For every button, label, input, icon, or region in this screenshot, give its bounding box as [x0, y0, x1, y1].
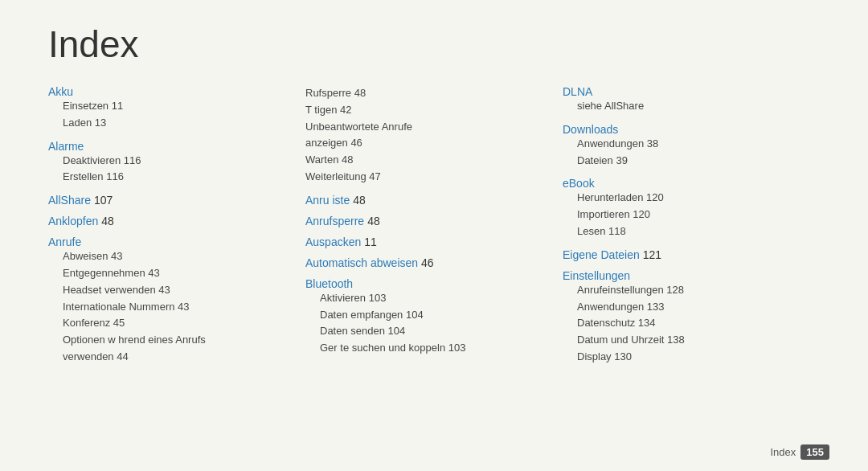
- sub-items-bluetooth: Aktivieren 103 Daten empfangen 104 Daten…: [305, 290, 555, 357]
- page-auspacken: 11: [364, 236, 377, 248]
- list-item: Display 130: [577, 349, 812, 366]
- page-automatisch-abweisen: 46: [421, 256, 434, 269]
- section-eigene-dateien: Eigene Dateien 121: [563, 248, 812, 261]
- list-item: Optionen w hrend eines Anrufs: [63, 332, 297, 349]
- section-downloads: Downloads Anwendungen 38 Dateien 39: [563, 123, 812, 170]
- footer-page-number: 155: [800, 444, 829, 460]
- section-anklopfen: Anklopfen 48: [48, 215, 297, 227]
- footer: Index 155: [770, 444, 829, 460]
- list-item: Daten senden 104: [320, 323, 555, 340]
- list-item: anzeigen 46: [305, 135, 555, 152]
- list-item: Konferenz 45: [63, 315, 297, 332]
- list-item: Headset verwenden 43: [63, 282, 297, 299]
- column-3: DLNA siehe AllShare Downloads Anwendunge…: [563, 85, 820, 439]
- list-item: Datenschutz 134: [577, 315, 812, 332]
- heading-anrufe: Anrufe: [48, 236, 81, 248]
- page-title: Index: [48, 26, 820, 63]
- list-item: Aktivieren 103: [320, 290, 555, 307]
- page-eigene-dateien: 121: [643, 248, 661, 261]
- sub-items-akku: Einsetzen 11 Laden 13: [48, 98, 297, 132]
- list-item: Abweisen 43: [63, 248, 297, 265]
- sub-items-continuation: Rufsperre 48 T tigen 42 Unbeantwortete A…: [305, 85, 555, 186]
- section-bluetooth: Bluetooth Aktivieren 103 Daten empfangen…: [305, 277, 555, 357]
- section-ebook: eBook Herunterladen 120 Importieren 120 …: [563, 177, 812, 240]
- list-item: Daten empfangen 104: [320, 307, 555, 324]
- list-item: Lesen 118: [577, 223, 812, 240]
- list-item: Laden 13: [63, 115, 297, 132]
- page-anrufsperre: 48: [367, 215, 380, 227]
- footer-text: Index: [770, 446, 796, 458]
- heading-dlna: DLNA: [563, 85, 592, 98]
- section-auspacken: Auspacken 11: [305, 236, 555, 248]
- section-continuation: Rufsperre 48 T tigen 42 Unbeantwortete A…: [305, 85, 555, 186]
- heading-eigene-dateien: Eigene Dateien: [563, 248, 640, 261]
- section-dlna: DLNA siehe AllShare: [563, 85, 812, 115]
- heading-alarme: Alarme: [48, 140, 84, 153]
- list-item: Internationale Nummern 43: [63, 299, 297, 316]
- heading-ebook: eBook: [563, 177, 595, 190]
- list-item: Importieren 120: [577, 207, 812, 223]
- list-item: Unbeantwortete Anrufe: [305, 119, 555, 136]
- column-1: Akku Einsetzen 11 Laden 13 Alarme Deakti…: [48, 85, 305, 439]
- list-item: Dateien 39: [577, 153, 812, 170]
- section-automatisch-abweisen: Automatisch abweisen 46: [305, 256, 555, 269]
- page-anruliste: 48: [353, 194, 366, 207]
- list-item: Anwendungen 38: [577, 136, 812, 153]
- sub-items-einstellungen: Anrufeinstellungen 128 Anwendungen 133 D…: [563, 282, 812, 366]
- heading-bluetooth: Bluetooth: [305, 277, 353, 290]
- sub-items-dlna: siehe AllShare: [563, 98, 812, 115]
- column-2: Rufsperre 48 T tigen 42 Unbeantwortete A…: [305, 85, 563, 439]
- columns-container: Akku Einsetzen 11 Laden 13 Alarme Deakti…: [48, 85, 820, 439]
- section-einstellungen: Einstellungen Anrufeinstellungen 128 Anw…: [563, 269, 812, 366]
- list-item: Erstellen 116: [63, 169, 297, 186]
- section-anrufsperre: Anrufsperre 48: [305, 215, 555, 227]
- list-item: Anrufeinstellungen 128: [577, 282, 812, 299]
- list-item: Rufsperre 48: [305, 85, 555, 102]
- heading-akku: Akku: [48, 85, 73, 98]
- heading-anklopfen: Anklopfen: [48, 215, 98, 227]
- heading-automatisch-abweisen: Automatisch abweisen: [305, 256, 418, 269]
- list-item: Entgegennehmen 43: [63, 265, 297, 282]
- section-alarme: Alarme Deaktivieren 116 Erstellen 116: [48, 140, 297, 186]
- sub-items-alarme: Deaktivieren 116 Erstellen 116: [48, 153, 297, 186]
- page-allshare: 107: [94, 194, 113, 207]
- list-item: T tigen 42: [305, 102, 555, 119]
- list-item: Einsetzen 11: [63, 98, 297, 115]
- heading-auspacken: Auspacken: [305, 236, 361, 248]
- list-item: Warten 48: [305, 152, 555, 169]
- list-item: Herunterladen 120: [577, 190, 812, 207]
- heading-allshare: AllShare: [48, 194, 91, 207]
- heading-anrufsperre: Anrufsperre: [305, 215, 364, 227]
- list-item: Weiterleitung 47: [305, 169, 555, 186]
- page-container: Index Akku Einsetzen 11 Laden 13 Alarme …: [0, 0, 868, 471]
- sub-items-ebook: Herunterladen 120 Importieren 120 Lesen …: [563, 190, 812, 240]
- section-allshare: AllShare 107: [48, 194, 297, 207]
- page-anklopfen: 48: [101, 215, 114, 227]
- section-anrufe: Anrufe Abweisen 43 Entgegennehmen 43 Hea…: [48, 236, 297, 366]
- list-item: Datum und Uhrzeit 138: [577, 332, 812, 349]
- section-akku: Akku Einsetzen 11 Laden 13: [48, 85, 297, 132]
- heading-downloads: Downloads: [563, 123, 618, 136]
- list-item: siehe AllShare: [577, 98, 812, 115]
- list-item: verwenden 44: [63, 349, 297, 366]
- heading-anruliste: Anru iste: [305, 194, 350, 207]
- list-item: Deaktivieren 116: [63, 153, 297, 170]
- list-item: Ger te suchen und koppeln 103: [320, 340, 555, 357]
- heading-einstellungen: Einstellungen: [563, 269, 630, 282]
- sub-items-downloads: Anwendungen 38 Dateien 39: [563, 136, 812, 170]
- section-anruliste: Anru iste 48: [305, 194, 555, 207]
- sub-items-anrufe: Abweisen 43 Entgegennehmen 43 Headset ve…: [48, 248, 297, 366]
- list-item: Anwendungen 133: [577, 299, 812, 316]
